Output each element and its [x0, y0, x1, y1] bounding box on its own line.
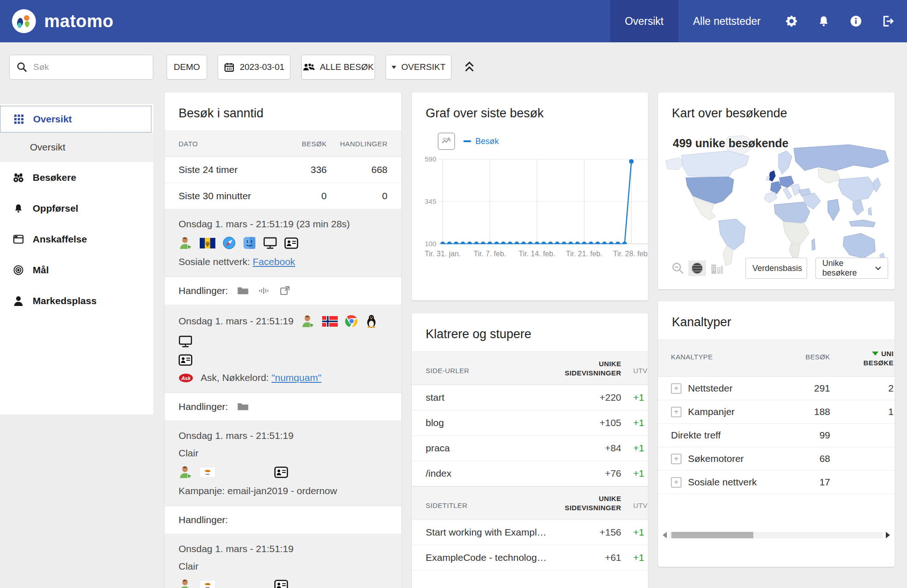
world-map[interactable] [658, 133, 895, 267]
city-view-icon[interactable] [710, 262, 724, 275]
row-unique: 1 [830, 406, 895, 417]
channel-sokemotorer[interactable]: +Søkemotorer [671, 453, 766, 464]
nav-tab-oversikt[interactable]: Oversikt [610, 0, 678, 42]
expand-icon[interactable]: + [671, 454, 682, 464]
sidebar-item-label: Mål [33, 265, 49, 276]
sidebar-item-besokere[interactable]: Besøkere [0, 162, 153, 193]
referrer-link[interactable]: Facebook [253, 256, 295, 267]
gear-icon[interactable] [775, 0, 808, 42]
bell-icon[interactable] [808, 0, 840, 42]
visitor-profile-icon[interactable] [179, 354, 192, 366]
map-region-dropdown[interactable]: Verdensbasis [745, 258, 807, 279]
column-unike-sidevisninger: UNIKESIDEVISNINGER [548, 494, 621, 512]
double-chevron-up-icon[interactable] [463, 60, 476, 75]
browser-window-icon [12, 234, 24, 244]
site-selector-button[interactable]: DEMO [167, 55, 207, 80]
site-search[interactable] [9, 55, 153, 80]
page-url[interactable]: praca [426, 443, 548, 454]
visit-entry: Onsdag 1. mars - 21:51:19 Clair Kampanje… [165, 421, 401, 506]
referrer-text: Ask, Nøkkelord: "numquam" [201, 372, 321, 383]
channel-sosiale-nettverk[interactable]: +Sosiale nettverk [671, 477, 766, 488]
referrer-text: Sosiale nettverk: Facebook [179, 256, 295, 267]
waveform-icon[interactable] [258, 286, 270, 296]
scrollbar-thumb[interactable] [671, 532, 753, 538]
card-title: Besøk i sanntid [165, 92, 401, 131]
flag-cyprus-icon [200, 467, 215, 478]
page-url[interactable]: start [426, 392, 548, 403]
channel-nettsteder[interactable]: +Nettsteder [671, 383, 766, 394]
date-selector-button[interactable]: 2023-03-01 [218, 55, 290, 80]
sidebar-item-markedsplass[interactable]: Markedsplass [0, 285, 153, 316]
row-visits: 336 [285, 164, 327, 175]
channel-types-card: Kanaltyper KANALTYPE BESØK UNIBESØKE +Ne… [658, 301, 895, 567]
row-delta: +1 [621, 552, 648, 563]
table-row: /index +76 +1 [412, 461, 648, 486]
visitor-name: Clair [179, 561, 198, 572]
column-handlinger: HANDLINGER [327, 140, 387, 148]
segment-selector-button[interactable]: ALLE BESØK [301, 55, 375, 80]
svg-text:Tir. 7. feb.: Tir. 7. feb. [474, 250, 506, 258]
desktop-device-icon [179, 335, 192, 348]
legend-besok[interactable]: Besøk [463, 137, 499, 146]
page-url[interactable]: blog [426, 417, 548, 428]
sort-desc-icon [872, 352, 878, 356]
map-metric-dropdown[interactable]: Unike besøkere [815, 258, 888, 279]
card-title: Klatrere og stupere [412, 313, 648, 352]
row-visits: 99 [766, 430, 830, 441]
page-title[interactable]: Start working with ExampleCo... [426, 527, 548, 538]
bell-icon [12, 203, 24, 214]
scroll-left-icon[interactable] [663, 532, 667, 538]
sidebar-subitem-oversikt[interactable]: Oversikt [0, 133, 153, 162]
visit-datetime: Onsdag 1. mars - 21:51:19 [179, 543, 294, 554]
expand-icon[interactable]: + [671, 407, 682, 417]
page-url[interactable]: /index [426, 468, 548, 479]
visitor-profile-icon[interactable] [274, 580, 288, 588]
scroll-right-icon[interactable] [886, 532, 890, 538]
page-title[interactable]: ExampleCode - technology wi... [426, 552, 548, 563]
expand-icon[interactable]: + [671, 383, 682, 394]
keyword-link[interactable]: "numquam" [272, 372, 321, 383]
export-image-icon[interactable] [438, 133, 455, 150]
row-unique: 2 [830, 383, 895, 394]
column-unike-sidevisninger: UNIKESIDEVISNINGER [548, 359, 621, 377]
channel-kampanjer[interactable]: +Kampanjer [671, 406, 766, 417]
signout-icon[interactable] [872, 0, 904, 42]
visit-actions-row: Handlinger: [165, 277, 401, 305]
sidebar-item-oppforsel[interactable]: Oppførsel [0, 193, 153, 224]
row-actions: 0 [327, 190, 387, 202]
svg-text:100: 100 [425, 240, 436, 248]
card-title: Kanaltyper [658, 301, 895, 340]
visit-actions-row: Handlinger: [165, 393, 401, 421]
visitor-profile-icon[interactable] [274, 467, 288, 478]
svg-text:345: 345 [425, 197, 436, 205]
column-besok: BESØK [766, 349, 830, 361]
zoom-out-icon[interactable] [671, 261, 685, 275]
row-delta: +1 [621, 527, 648, 538]
visitor-avatar-icon [301, 314, 315, 328]
binoculars-icon [12, 172, 24, 183]
sidebar-item-mal[interactable]: Mål [0, 254, 153, 285]
scrollbar-track[interactable] [670, 532, 883, 538]
folder-icon[interactable] [237, 402, 249, 412]
info-icon[interactable] [840, 0, 872, 42]
table-row: Start working with ExampleCo... +156 +1 [412, 520, 648, 545]
external-link-icon[interactable] [279, 285, 290, 296]
matomo-logo[interactable]: matomo [0, 8, 114, 34]
sidebar-item-anskaffelse[interactable]: Anskaffelse [0, 224, 153, 254]
horizontal-scrollbar[interactable] [658, 530, 895, 540]
sidebar-item-label: Oppførsel [33, 203, 78, 214]
svg-text:Tir. 31. jan.: Tir. 31. jan. [425, 250, 461, 258]
sidebar-item-oversikt[interactable]: Oversikt [0, 106, 151, 133]
globe-view-icon[interactable] [688, 260, 706, 276]
date-selector-label: 2023-03-01 [240, 62, 284, 72]
row-label: Siste 24 timer [179, 164, 285, 175]
search-input[interactable] [34, 62, 146, 72]
movers-header-titles: SIDETITLER UNIKESIDEVISNINGER UTVI [412, 486, 648, 520]
visitor-profile-icon[interactable] [284, 237, 298, 249]
svg-text:590: 590 [425, 155, 436, 163]
nav-tab-alle-nettsteder[interactable]: Alle nettsteder [678, 0, 775, 42]
folder-icon[interactable] [237, 286, 249, 296]
column-besok: BESØK [285, 140, 327, 148]
expand-icon[interactable]: + [671, 477, 682, 488]
view-selector-button[interactable]: OVERSIKT [386, 55, 451, 80]
